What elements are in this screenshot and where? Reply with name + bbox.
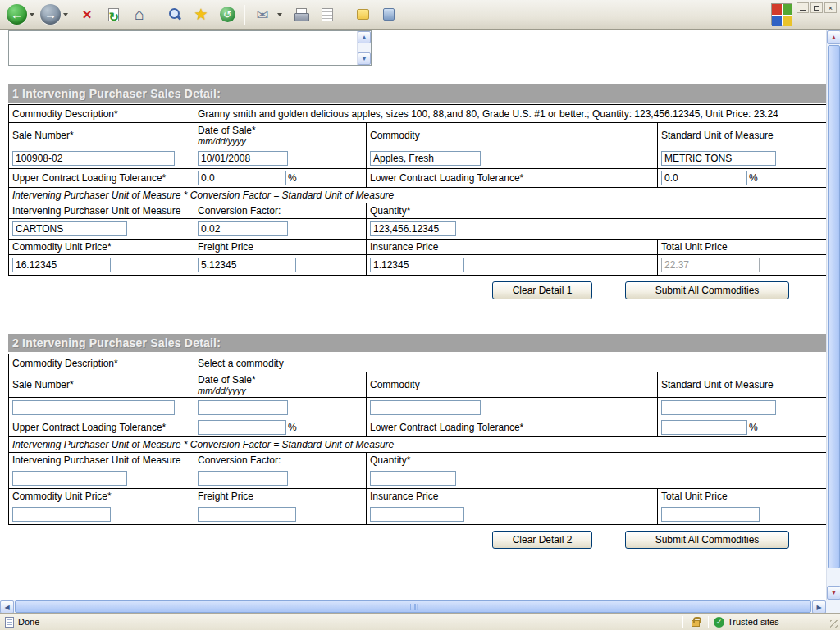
s2-upper-tolerance-input[interactable] [198,420,286,435]
textarea-scroll-up-icon[interactable]: ▲ [358,31,371,43]
stop-icon: × [82,6,91,24]
edit-button[interactable] [317,4,338,25]
s1-conversion-factor-input[interactable] [198,221,288,236]
percent-sign: % [749,422,758,433]
horizontal-scrollbar-thumb[interactable] [15,600,811,613]
home-icon: ⌂ [135,5,144,24]
vertical-scrollbar[interactable]: ▲ ▼ [826,30,840,600]
s2-total-unit-price-input[interactable] [661,507,760,522]
s2-quantity-label: Quantity* [367,453,827,468]
s1-conversion-factor-label: Conversion Factor: [194,203,367,219]
close-icon: × [829,4,833,12]
s2-commodity-unit-price-label: Commodity Unit Price* [9,489,194,504]
scrollbar-grip [409,604,417,610]
percent-sign: % [288,422,297,433]
section-2-header: 2 Intervening Purchaser Sales Detail: [8,334,826,352]
s2-quantity-input[interactable] [370,471,456,486]
scroll-up-button[interactable]: ▲ [827,30,840,44]
s2-ip-uom-input[interactable] [12,471,127,486]
history-button[interactable]: ↺ [217,4,238,25]
scroll-right-icon: ▶ [816,604,821,611]
stop-button[interactable]: × [76,4,98,25]
s2-freight-price-input[interactable] [198,507,296,522]
s1-quantity-input[interactable] [370,221,456,236]
submit-all-commodities-button-1[interactable]: Submit All Commodities [625,281,789,299]
forward-button[interactable]: → [40,4,61,25]
s2-standard-uom-input[interactable] [661,400,776,415]
s1-date-of-sale-input[interactable] [198,151,288,166]
history-icon: ↺ [220,7,235,22]
s2-commodity-description-value: Select a commodity [194,354,827,372]
s2-conversion-note: Intervening Purchaser Unit of Measure * … [9,437,827,453]
s1-conversion-note: Intervening Purchaser Unit of Measure * … [9,188,827,203]
browser-toolbar: ← → × ↻ ⌂ ★ ↺ ✉ [0,0,840,30]
s2-commodity-description-label: Commodity Description* [9,354,194,372]
textarea-scroll-down-icon[interactable]: ▼ [358,52,371,65]
s1-total-unit-price-input [661,258,760,272]
star-icon: ★ [194,5,208,24]
back-button[interactable]: ← [7,4,27,25]
discuss-button[interactable] [352,4,373,25]
s2-upper-tolerance-label: Upper Contract Loading Tolerance* [9,418,194,437]
lock-icon [692,620,700,627]
s1-ip-uom-input[interactable] [12,221,127,236]
horizontal-scrollbar[interactable]: ◀ ▶ [0,600,826,613]
s1-commodity-description-value: Granny smith and golden delicious apples… [194,105,827,123]
s1-commodity-input[interactable] [370,151,481,166]
s1-commodity-label: Commodity [367,123,658,148]
s2-commodity-input[interactable] [370,400,481,415]
search-icon [167,7,182,22]
scroll-down-button[interactable]: ▼ [827,586,840,600]
toolbar-separator [244,5,245,25]
s1-date-of-sale-label: Date of Sale* mm/dd/yyyy [194,123,367,148]
vertical-scrollbar-thumb[interactable] [828,45,840,568]
s1-upper-tolerance-input[interactable] [198,171,286,185]
s1-freight-price-input[interactable] [198,258,296,272]
search-button[interactable] [164,4,185,25]
s1-insurance-price-input[interactable] [370,258,464,272]
s2-sale-number-input[interactable] [12,400,175,415]
forward-dropdown-chevron-down-icon[interactable] [63,13,68,16]
page-content: ▲ ▼ 1 Intervening Purchaser Sales Detail… [0,30,826,600]
favorites-button[interactable]: ★ [190,4,212,25]
s1-commodity-description-label: Commodity Description* [9,105,194,123]
back-dropdown-chevron-down-icon[interactable] [30,13,34,16]
home-button[interactable]: ⌂ [129,4,150,25]
clear-detail-2-button[interactable]: Clear Detail 2 [492,531,592,549]
s2-date-format-hint: mm/dd/yyyy [198,386,363,395]
discuss-icon [357,9,369,20]
scroll-right-button[interactable]: ▶ [812,600,826,614]
section-1-table: Commodity Description* Granny smith and … [8,104,826,276]
toolbar-separator [345,5,345,25]
s2-lower-tolerance-input[interactable] [661,420,747,435]
s2-conversion-factor-label: Conversion Factor: [194,453,367,468]
edit-icon [322,8,333,21]
s2-date-of-sale-input[interactable] [198,400,288,415]
s2-insurance-price-input[interactable] [370,507,464,522]
toolbar-separator [157,5,158,25]
print-button[interactable] [290,4,312,25]
security-zone: ✓ Trusted sites [714,617,837,628]
s2-freight-price-label: Freight Price [194,489,367,504]
s1-lower-tolerance-input[interactable] [661,171,747,185]
mail-icon: ✉ [256,6,268,24]
s1-commodity-unit-price-input[interactable] [12,258,111,272]
mail-button[interactable]: ✉ [252,4,273,25]
clear-detail-1-button[interactable]: Clear Detail 1 [492,281,592,299]
minimize-button[interactable] [797,2,809,13]
refresh-button[interactable]: ↻ [103,4,124,25]
scroll-left-button[interactable]: ◀ [0,600,14,614]
mail-dropdown-chevron-down-icon[interactable] [277,13,282,16]
s2-commodity-unit-price-input[interactable] [12,507,111,522]
textarea-scrollbar[interactable]: ▲ ▼ [357,31,371,65]
s1-standard-uom-input[interactable] [661,151,776,166]
s1-sale-number-input[interactable] [12,151,175,166]
scroll-down-icon: ▼ [831,589,838,596]
close-button[interactable]: × [824,2,837,13]
submit-all-commodities-button-2[interactable]: Submit All Commodities [625,531,789,549]
s2-date-of-sale-label: Date of Sale* mm/dd/yyyy [194,372,367,398]
messenger-button[interactable] [378,4,399,25]
s2-conversion-factor-input[interactable] [198,471,288,486]
comments-textarea[interactable]: ▲ ▼ [8,30,372,66]
restore-button[interactable] [810,2,823,13]
